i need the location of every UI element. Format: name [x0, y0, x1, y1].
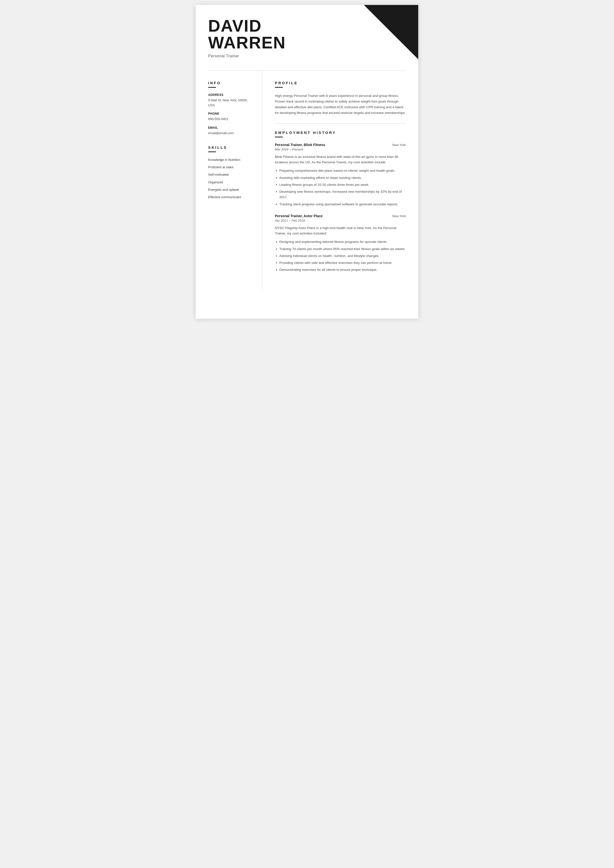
email-label: EMAIL — [208, 126, 255, 129]
job-bullets-1: Preparing comprehensive diet plans based… — [275, 168, 406, 207]
profile-section: PROFILE High energy Personal Trainer wit… — [275, 81, 406, 116]
job-location-2: New York — [392, 214, 406, 218]
profile-underline — [275, 87, 283, 88]
phone-value: 890-555-0401 — [208, 116, 255, 122]
job-location-1: New York — [392, 143, 406, 147]
email-value: email@email.com — [208, 131, 255, 136]
skill-item: Self-motivated — [208, 172, 255, 177]
job-title-header: Personal Trainer — [208, 54, 356, 58]
skills-section-title: SKILLS — [208, 145, 255, 149]
job-header-2: Personal Trainer, Astor Place New York — [275, 214, 406, 218]
sidebar: INFO ADDRESS 9 Wall St, New York, 10005,… — [196, 71, 263, 290]
skills-underline — [208, 152, 216, 152]
address-value: 9 Wall St, New York, 10005, USA — [208, 98, 255, 107]
address-label: ADDRESS — [208, 93, 255, 97]
job-description-2: NYSC Flagship Astor Place is a high-end … — [275, 225, 406, 236]
info-section-title: INFO — [208, 81, 255, 85]
first-name: DAVID — [208, 17, 356, 34]
job-title-2: Personal Trainer, Astor Place — [275, 214, 323, 218]
employment-underline — [275, 136, 283, 137]
name-block: DAVID WARREN Personal Trainer — [208, 17, 406, 58]
bullet-item: Assisting with marketing efforts to reta… — [275, 175, 406, 181]
skills-section: SKILLS Knowledge in Nutrition Proficient… — [208, 145, 255, 199]
skill-item: Organized — [208, 180, 255, 184]
bullet-item: Providing clients with safe and effectiv… — [275, 260, 406, 266]
skill-item: Proficient at sales — [208, 165, 255, 169]
skill-item: Energetic and upbeat — [208, 188, 255, 192]
profile-employment-divider — [275, 123, 406, 124]
job-entry-1: Personal Trainer, Blink Fitness New York… — [275, 143, 406, 207]
bullet-item: Developing new fitness workshops. Increa… — [275, 189, 406, 200]
bullet-item: Training 70 clients per month where 85% … — [275, 246, 406, 252]
bullet-item: Preparing comprehensive diet plans based… — [275, 168, 406, 174]
bullet-item: Tracking client progress using specializ… — [275, 202, 406, 207]
skill-item: Knowledge in Nutrition — [208, 158, 255, 162]
job-description-1: Blink Fitness is an inclusive fitness br… — [275, 154, 406, 165]
last-name: WARREN — [208, 34, 356, 51]
job-dates-2: Apr 2011 – Feb 2016 — [275, 219, 406, 222]
employment-section: EMPLOYMENT HISTORY Personal Trainer, Bli… — [275, 130, 406, 273]
info-section: INFO ADDRESS 9 Wall St, New York, 10005,… — [208, 81, 255, 135]
skill-item: Effective communicator — [208, 195, 255, 199]
bullet-item: Designing and implementing tailored fitn… — [275, 239, 406, 245]
bullet-item: Leading fitness groups of 10-20 clients … — [275, 182, 406, 188]
job-header-1: Personal Trainer, Blink Fitness New York — [275, 143, 406, 147]
job-title-1: Personal Trainer, Blink Fitness — [275, 143, 325, 147]
main-content: INFO ADDRESS 9 Wall St, New York, 10005,… — [196, 71, 418, 290]
info-underline — [208, 87, 216, 88]
profile-section-title: PROFILE — [275, 81, 406, 85]
right-content: PROFILE High energy Personal Trainer wit… — [263, 71, 418, 290]
bullet-item: Demonstrating exercises for all clients … — [275, 267, 406, 273]
job-bullets-2: Designing and implementing tailored fitn… — [275, 239, 406, 273]
profile-text: High energy Personal Trainer with 8 year… — [275, 93, 406, 116]
resume-document: DAVID WARREN Personal Trainer INFO ADDRE… — [196, 5, 418, 319]
phone-label: PHONE — [208, 112, 255, 115]
job-entry-2: Personal Trainer, Astor Place New York A… — [275, 214, 406, 273]
bullet-item: Advising individual clients on health, n… — [275, 253, 406, 259]
resume-header: DAVID WARREN Personal Trainer — [196, 5, 418, 66]
job-dates-1: Mar 2016 – Present — [275, 147, 406, 151]
employment-section-title: EMPLOYMENT HISTORY — [275, 130, 406, 135]
